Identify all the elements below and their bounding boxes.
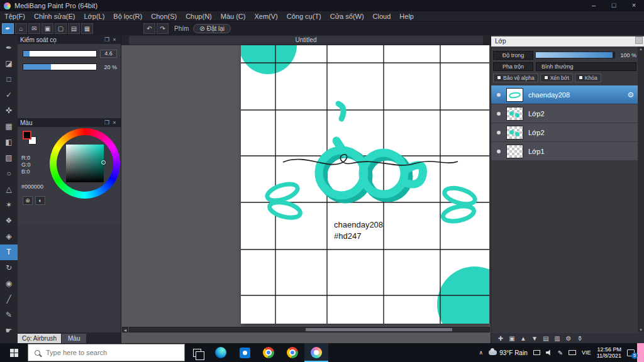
protect-alpha-checkbox[interactable]: Bảo vệ alpha bbox=[493, 74, 538, 82]
new-layer-icon[interactable]: ✚ bbox=[496, 335, 505, 342]
maximize-button[interactable]: □ bbox=[604, 0, 624, 11]
taskbar-app-chrome-2[interactable] bbox=[280, 343, 304, 362]
grid-icon[interactable]: ▦ bbox=[81, 23, 93, 34]
notification-center-icon[interactable]: 5 bbox=[627, 349, 635, 356]
text-tool[interactable]: T bbox=[0, 244, 18, 260]
pattern-tool[interactable]: ❖ bbox=[0, 213, 18, 229]
canvas-page[interactable]: chaenday208 #hd247 bbox=[241, 45, 489, 324]
reset-button[interactable]: ⊘ Đặt lại bbox=[193, 24, 231, 33]
lasso-tool[interactable]: ○ bbox=[0, 166, 18, 182]
weather-widget[interactable]: 93°F Rain bbox=[489, 349, 528, 356]
saturation-value-square[interactable] bbox=[66, 145, 104, 182]
rotate-tool[interactable]: ↻ bbox=[0, 260, 18, 276]
canvas-artwork[interactable]: chaenday208 #hd247 bbox=[241, 45, 489, 324]
palette-icon[interactable]: ▣ bbox=[42, 23, 53, 34]
taskbar-search[interactable] bbox=[28, 344, 185, 361]
document-tab[interactable]: Untitled bbox=[129, 36, 483, 45]
undo-icon[interactable]: ↶ bbox=[143, 23, 155, 34]
scroll-down-icon[interactable]: ▼ bbox=[639, 328, 643, 332]
menu-file[interactable]: Tệp(F) bbox=[0, 11, 30, 21]
layer-row[interactable]: Lớp1 bbox=[491, 142, 638, 160]
taskbar-clock[interactable]: 12:56 PM 11/8/2021 bbox=[597, 346, 621, 359]
layer-row[interactable]: Lớp2 bbox=[491, 123, 638, 141]
close-button[interactable]: × bbox=[624, 0, 644, 11]
menu-layer[interactable]: Lớp(L) bbox=[79, 11, 109, 21]
draw-tool[interactable]: ✎ bbox=[0, 307, 18, 323]
pen-tool[interactable]: ✒ bbox=[0, 40, 18, 56]
taskbar-app-chrome-1[interactable] bbox=[257, 343, 280, 362]
taskbar-app-messenger[interactable] bbox=[233, 343, 257, 362]
close-icon[interactable]: × bbox=[111, 36, 118, 43]
delete-layer-icon[interactable]: ⚱ bbox=[575, 335, 584, 342]
move-tool[interactable]: ✜ bbox=[0, 103, 18, 119]
taskbar-app-edge[interactable] bbox=[209, 343, 233, 362]
layer-settings-icon[interactable]: ⚙ bbox=[564, 335, 573, 342]
eyedropper-tool[interactable]: ◉ bbox=[0, 276, 18, 292]
check-tool[interactable]: ✓ bbox=[0, 87, 18, 103]
gradient-tool[interactable]: ▨ bbox=[0, 150, 18, 166]
layers-scrollbar[interactable]: ▲ ▼ bbox=[638, 47, 644, 332]
brush-size-value[interactable]: 4.6 bbox=[100, 50, 117, 58]
menu-help[interactable]: Help bbox=[395, 11, 418, 21]
merge-layer-icon[interactable]: ▥ bbox=[553, 335, 562, 342]
scroll-left-icon[interactable]: ◄ bbox=[122, 327, 128, 332]
layer-visibility-icon[interactable] bbox=[497, 150, 501, 153]
select-tool[interactable]: ▦ bbox=[0, 119, 18, 134]
blend-mode-dropdown[interactable]: Bình thường bbox=[536, 62, 636, 71]
redo-icon[interactable]: ↷ bbox=[157, 23, 169, 34]
search-input[interactable] bbox=[46, 349, 172, 356]
horizontal-scrollbar[interactable] bbox=[129, 327, 490, 332]
pen-settings-icon[interactable]: ✎ bbox=[558, 349, 563, 356]
color-picker-marker[interactable] bbox=[101, 160, 106, 165]
volume-icon[interactable] bbox=[546, 349, 552, 356]
menu-color[interactable]: Màu (C) bbox=[216, 11, 250, 21]
scrollbar-thumb[interactable] bbox=[306, 328, 452, 331]
clipping-checkbox[interactable]: Xén bớt bbox=[540, 74, 573, 82]
save-icon[interactable]: ⌂ bbox=[15, 23, 27, 34]
layer-up-icon[interactable]: ▲ bbox=[519, 335, 528, 342]
brush-status-tab[interactable]: Cọ: Airbrush bbox=[18, 334, 61, 343]
layers-panel-menu-icon[interactable] bbox=[635, 36, 643, 44]
chat-icon[interactable]: ✉ bbox=[28, 23, 40, 34]
layer-visibility-icon[interactable] bbox=[497, 131, 501, 134]
new-folder-icon[interactable]: ▤ bbox=[541, 335, 550, 342]
layer-visibility-icon[interactable] bbox=[497, 112, 501, 116]
foreground-color-swatch[interactable] bbox=[23, 131, 31, 140]
duplicate-layer-icon[interactable]: ▣ bbox=[508, 335, 516, 342]
magic-wand-tool[interactable]: ✶ bbox=[0, 197, 18, 213]
menu-view[interactable]: Xem(V) bbox=[250, 11, 282, 21]
checkbox-icon[interactable] bbox=[544, 75, 548, 80]
line-tool[interactable]: ╱ bbox=[0, 292, 18, 307]
page-icon[interactable]: ▢ bbox=[55, 23, 67, 34]
display-icon[interactable] bbox=[533, 350, 540, 355]
color-tab[interactable]: Màu bbox=[62, 334, 86, 343]
lock-checkbox[interactable]: Khóa bbox=[575, 74, 601, 82]
popout-icon[interactable]: ❐ bbox=[103, 36, 111, 43]
menu-window[interactable]: Cửa sổ(W) bbox=[326, 11, 369, 21]
popout-icon[interactable]: ❐ bbox=[103, 119, 111, 126]
eraser-tool[interactable]: ◪ bbox=[0, 56, 18, 72]
layer-thumbnail[interactable] bbox=[506, 107, 523, 121]
list-icon[interactable]: ▤ bbox=[68, 23, 80, 34]
menu-filter[interactable]: Bộ lọc(R) bbox=[109, 11, 147, 21]
palette-swap-icon[interactable]: ◐ bbox=[35, 196, 45, 205]
layer-thumbnail[interactable] bbox=[506, 88, 523, 102]
opacity-slider[interactable] bbox=[536, 52, 615, 58]
menu-tools[interactable]: Công cụ(T) bbox=[282, 11, 326, 21]
layer-thumbnail[interactable] bbox=[506, 126, 523, 140]
layer-visibility-icon[interactable] bbox=[497, 93, 501, 97]
menu-snap[interactable]: Chụp(N) bbox=[181, 11, 216, 21]
menu-cloud[interactable]: Cloud bbox=[369, 11, 396, 21]
task-view-button[interactable] bbox=[185, 343, 209, 362]
bucket-tool[interactable]: ◧ bbox=[0, 134, 18, 150]
close-icon[interactable]: × bbox=[111, 119, 118, 126]
layer-row[interactable]: Lớp2 bbox=[491, 104, 638, 123]
scroll-up-icon[interactable]: ▲ bbox=[639, 47, 643, 51]
layer-row[interactable]: chaenday208 ⚙ bbox=[491, 85, 638, 104]
hand-tool[interactable]: ☛ bbox=[0, 323, 18, 339]
brush-icon[interactable]: ✒ bbox=[2, 23, 14, 34]
color-swatches[interactable] bbox=[23, 131, 39, 147]
touch-keyboard-icon[interactable] bbox=[569, 350, 576, 355]
brush-size-slider[interactable] bbox=[23, 50, 97, 57]
layer-settings-icon[interactable]: ⚙ bbox=[624, 90, 638, 99]
